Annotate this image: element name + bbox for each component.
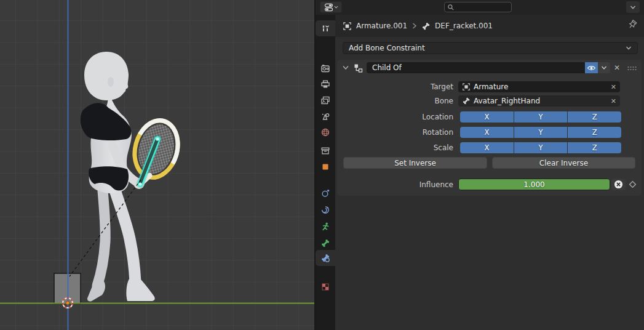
collection-box-icon bbox=[320, 146, 330, 156]
bone-icon bbox=[421, 22, 431, 31]
keyframe-decorator-icon[interactable] bbox=[628, 180, 637, 189]
scale-x-toggle[interactable]: X bbox=[460, 142, 514, 153]
tab-render[interactable] bbox=[316, 60, 335, 76]
tab-tool[interactable] bbox=[316, 20, 335, 36]
scale-y-toggle[interactable]: Y bbox=[514, 142, 568, 153]
constraint-enable-button[interactable] bbox=[585, 62, 598, 73]
bone-field[interactable]: Avatar_RightHand ✕ bbox=[458, 95, 620, 107]
printer-icon bbox=[320, 79, 330, 89]
constraint-icon bbox=[320, 205, 330, 215]
bone-value: Avatar_RightHand bbox=[474, 97, 540, 105]
tab-scene[interactable] bbox=[316, 108, 335, 124]
circle-x-icon bbox=[614, 180, 623, 189]
tab-view-layer[interactable] bbox=[316, 92, 335, 108]
set-inverse-button[interactable]: Set Inverse bbox=[343, 157, 487, 169]
constraint-delete-button[interactable]: ✕ bbox=[611, 62, 622, 73]
pushpin-icon bbox=[627, 20, 638, 31]
chevron-down-icon bbox=[626, 46, 632, 50]
object-icon bbox=[343, 22, 352, 31]
properties-editor-icon bbox=[324, 3, 333, 12]
target-label: Target bbox=[337, 82, 453, 91]
tab-object[interactable] bbox=[316, 159, 335, 175]
tab-world[interactable] bbox=[316, 124, 335, 140]
scale-label: Scale bbox=[337, 143, 453, 152]
chevron-right-icon bbox=[411, 22, 417, 30]
rotation-z-toggle[interactable]: Z bbox=[568, 127, 621, 138]
blender-window: Armature.001 DEF_racket.001 bbox=[0, 0, 644, 330]
bone-icon bbox=[462, 97, 471, 105]
properties-editor: Armature.001 DEF_racket.001 bbox=[316, 0, 644, 330]
constraint-panel-header: Child Of ✕ bbox=[337, 60, 642, 76]
bone-constraint-icon bbox=[320, 253, 330, 263]
chevron-down-icon bbox=[334, 5, 338, 9]
editor-type-button[interactable] bbox=[320, 1, 342, 13]
bone-row: Bone Avatar_RightHand ✕ bbox=[337, 95, 642, 107]
child-of-icon bbox=[353, 63, 364, 73]
location-z-toggle[interactable]: Z bbox=[568, 111, 621, 123]
tab-physics[interactable] bbox=[316, 185, 335, 201]
tab-bone[interactable] bbox=[316, 235, 335, 251]
object-icon bbox=[320, 162, 330, 172]
object-origin-dot bbox=[66, 301, 70, 305]
3d-viewport[interactable] bbox=[0, 0, 314, 330]
rotation-x-toggle[interactable]: X bbox=[460, 127, 514, 138]
rotation-label: Rotation bbox=[337, 128, 453, 137]
clear-inverse-button[interactable]: Clear Inverse bbox=[492, 157, 635, 169]
images-icon bbox=[320, 95, 330, 105]
physics-icon bbox=[320, 188, 330, 198]
tab-collection[interactable] bbox=[316, 143, 335, 159]
bone-label: Bone bbox=[337, 97, 453, 105]
panel-expand-icon[interactable] bbox=[342, 64, 349, 71]
chevron-down-icon bbox=[630, 5, 636, 10]
target-clear-button[interactable]: ✕ bbox=[611, 83, 616, 91]
chevron-down-icon bbox=[601, 65, 607, 70]
eye-icon bbox=[587, 64, 596, 72]
tab-texture[interactable] bbox=[316, 279, 335, 295]
search-icon bbox=[447, 4, 455, 11]
search-box[interactable] bbox=[444, 2, 512, 12]
location-x-toggle[interactable]: X bbox=[460, 111, 514, 123]
add-bone-constraint-button[interactable]: Add Bone Constraint bbox=[343, 42, 638, 54]
bone-constraints-content: Add Bone Constraint Child Of bbox=[335, 37, 644, 330]
influence-row: Influence 1.000 bbox=[337, 179, 642, 190]
constraint-extras-button[interactable] bbox=[598, 62, 610, 73]
scene-icon bbox=[320, 111, 330, 121]
texture-checker-icon bbox=[320, 282, 330, 292]
tool-icon bbox=[320, 23, 330, 33]
rotation-y-toggle[interactable]: Y bbox=[514, 127, 568, 138]
tab-object-constraints[interactable] bbox=[316, 202, 335, 218]
target-row: Target Armature ✕ bbox=[337, 81, 642, 92]
breadcrumb-object-name[interactable]: Armature.001 bbox=[356, 22, 407, 30]
child-of-constraint-panel: Child Of ✕ bbox=[337, 60, 642, 196]
constraint-name: Child Of bbox=[372, 63, 402, 72]
bone-icon bbox=[320, 238, 330, 248]
properties-header bbox=[316, 0, 644, 15]
header-menu-button[interactable] bbox=[626, 1, 640, 13]
influence-clear-driver-button[interactable] bbox=[611, 179, 626, 190]
tab-output[interactable] bbox=[316, 76, 335, 92]
influence-slider[interactable]: 1.000 bbox=[458, 179, 610, 190]
bone-clear-button[interactable]: ✕ bbox=[611, 97, 616, 105]
rotation-row: Rotation X Y Z bbox=[337, 127, 642, 138]
pin-id-button[interactable] bbox=[627, 20, 638, 34]
target-field[interactable]: Armature ✕ bbox=[458, 81, 620, 92]
location-row: Location X Y Z bbox=[337, 111, 642, 123]
search-input[interactable] bbox=[456, 2, 509, 12]
render-icon bbox=[320, 63, 330, 73]
breadcrumb: Armature.001 DEF_racket.001 bbox=[335, 15, 644, 37]
tab-armature-data[interactable] bbox=[316, 219, 335, 235]
add-bone-constraint-label: Add Bone Constraint bbox=[349, 44, 425, 52]
breadcrumb-bone-name[interactable]: DEF_racket.001 bbox=[435, 22, 493, 30]
armature-runner-icon bbox=[320, 222, 330, 231]
tab-bone-constraints[interactable] bbox=[316, 250, 335, 266]
location-y-toggle[interactable]: Y bbox=[514, 111, 568, 123]
scale-z-toggle[interactable]: Z bbox=[568, 142, 621, 153]
scale-row: Scale X Y Z bbox=[337, 142, 642, 153]
world-icon bbox=[320, 127, 330, 137]
drag-handle-icon[interactable] bbox=[627, 65, 637, 71]
root-bone-box[interactable] bbox=[54, 273, 81, 304]
target-value: Armature bbox=[474, 82, 508, 91]
object-icon bbox=[462, 82, 471, 91]
constraint-name-field[interactable]: Child Of bbox=[367, 62, 585, 73]
location-label: Location bbox=[337, 113, 453, 121]
